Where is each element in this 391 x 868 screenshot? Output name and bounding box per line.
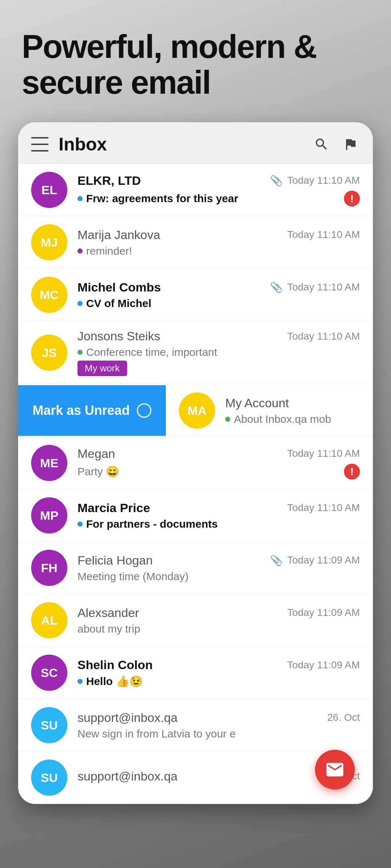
avatar: FH xyxy=(31,550,67,586)
email-subject: Frw: agreements for this year xyxy=(86,192,238,205)
email-subject: Meeting time (Monday) xyxy=(77,570,189,583)
tag-label: My work xyxy=(77,361,127,376)
email-content: Marija JankovaToday 11:10 AMreminder! xyxy=(77,228,360,257)
unread-dot xyxy=(77,350,83,355)
email-subject: New sign in from Latvia to your e xyxy=(77,728,236,740)
avatar: JS xyxy=(31,335,67,371)
email-item[interactable]: MJMarija JankovaToday 11:10 AMreminder! xyxy=(18,216,373,269)
email-item[interactable]: MPMarcia PriceToday 11:10 AMFor partners… xyxy=(18,489,373,542)
avatar: MC xyxy=(31,277,67,313)
attachment-icon: 📎 xyxy=(270,175,283,187)
unread-dot xyxy=(225,417,230,422)
unread-dot xyxy=(77,522,83,527)
time-text: 26. Oct xyxy=(327,712,360,723)
search-button[interactable] xyxy=(312,135,331,154)
menu-button[interactable] xyxy=(31,137,49,152)
subject-row: Frw: agreements for this year! xyxy=(77,191,360,207)
subject-row: For partners - documents xyxy=(77,518,360,530)
email-content: support@inbox.qa26. OctNew sign in from … xyxy=(77,711,360,740)
email-content: Shelin ColonToday 11:09 AMHello 👍😉 xyxy=(77,658,360,688)
email-subject: Party 😄 xyxy=(77,465,119,478)
swipe-action-row: Mark as UnreadMAMy AccountAbout Inbox.qa… xyxy=(18,384,373,437)
sender-name: Michel Combs xyxy=(77,280,161,294)
sender-name: ELKR, LTD xyxy=(77,174,141,188)
unread-dot xyxy=(77,196,83,201)
time-text: Today 11:10 AM xyxy=(287,229,360,241)
avatar: MP xyxy=(31,497,67,533)
email-time: 📎Today 11:10 AM xyxy=(270,175,360,187)
unread-dot xyxy=(77,679,83,684)
email-item[interactable]: ELELKR, LTD📎Today 11:10 AMFrw: agreement… xyxy=(18,164,373,216)
sender-name: support@inbox.qa xyxy=(77,769,177,783)
sender-name: Shelin Colon xyxy=(77,658,153,672)
email-time: Today 11:10 AM xyxy=(287,502,360,514)
avatar: SU xyxy=(31,707,67,743)
attachment-icon: 📎 xyxy=(270,554,283,566)
mark-unread-label: Mark as Unread xyxy=(33,403,130,418)
sender-name: Alexsander xyxy=(77,606,139,620)
email-content: Marcia PriceToday 11:10 AMFor partners -… xyxy=(77,501,360,530)
email-content: Felicia Hogan📎Today 11:09 AMMeeting time… xyxy=(77,553,360,583)
email-content: MeganToday 11:10 AMParty 😄! xyxy=(77,447,360,480)
email-item[interactable]: FHFelicia Hogan📎Today 11:09 AMMeeting ti… xyxy=(18,542,373,594)
time-text: Today 11:10 AM xyxy=(287,502,360,514)
email-subject: reminder! xyxy=(86,245,132,257)
sender-name: Marija Jankova xyxy=(77,228,160,242)
subject-row: New sign in from Latvia to your e xyxy=(77,728,360,740)
email-subject: Hello 👍😉 xyxy=(86,675,143,688)
subject-row: Meeting time (Monday) xyxy=(77,570,360,583)
hero-title: Powerful, modern & secure email xyxy=(22,29,369,101)
swipe-email-content: MAMy AccountAbout Inbox.qa mob xyxy=(166,384,373,437)
avatar: SU xyxy=(31,760,67,796)
time-text: Today 11:09 AM xyxy=(287,659,360,671)
email-subject: About Inbox.qa mob xyxy=(234,413,331,425)
email-item[interactable]: ALAlexsanderToday 11:09 AMabout my trip xyxy=(18,594,373,647)
email-content: Jonsons SteiksToday 11:10 AMConference t… xyxy=(77,329,360,376)
hero-section: Powerful, modern & secure email xyxy=(0,0,391,115)
attachment-icon: 📎 xyxy=(270,281,283,293)
avatar: SC xyxy=(31,655,67,691)
compose-button[interactable] xyxy=(315,750,355,790)
subject-row: about my trip xyxy=(77,623,360,635)
inbox-header: Inbox xyxy=(18,122,373,164)
email-content: ELKR, LTD📎Today 11:10 AMFrw: agreements … xyxy=(77,174,360,207)
time-text: Today 11:10 AM xyxy=(287,448,360,459)
email-item[interactable]: MEMeganToday 11:10 AMParty 😄! xyxy=(18,437,373,489)
sender-name: My Account xyxy=(225,396,289,410)
email-time: Today 11:09 AM xyxy=(287,607,360,618)
flag-button[interactable] xyxy=(341,135,360,154)
email-item[interactable]: MCMichel Combs📎Today 11:10 AMCV of Miche… xyxy=(18,269,373,321)
header-actions xyxy=(312,135,360,154)
email-item[interactable]: JSJonsons SteiksToday 11:10 AMConference… xyxy=(18,321,373,384)
sender-name: Megan xyxy=(77,447,115,461)
email-subject: CV of Michel xyxy=(86,297,151,310)
email-item[interactable]: SUsupport@inbox.qa26. OctNew sign in fro… xyxy=(18,699,373,752)
alert-badge: ! xyxy=(344,464,360,480)
email-subject: For partners - documents xyxy=(86,518,218,530)
time-text: Today 11:09 AM xyxy=(287,554,360,566)
email-time: Today 11:09 AM xyxy=(287,659,360,671)
time-text: Today 11:10 AM xyxy=(287,175,360,186)
email-time: 📎Today 11:10 AM xyxy=(270,281,360,293)
email-subject: about my trip xyxy=(77,623,140,635)
inbox-title: Inbox xyxy=(59,134,312,155)
subject-row: Conference time, important xyxy=(77,346,360,358)
avatar: MJ xyxy=(31,224,67,260)
email-time: 26. Oct xyxy=(327,712,360,723)
email-time: Today 11:10 AM xyxy=(287,448,360,459)
sender-name: support@inbox.qa xyxy=(77,711,177,725)
avatar: EL xyxy=(31,172,67,208)
sender-name: Jonsons Steiks xyxy=(77,329,160,343)
email-item[interactable]: SCShelin ColonToday 11:09 AMHello 👍😉 xyxy=(18,647,373,699)
sender-name: Marcia Price xyxy=(77,501,150,515)
time-text: Today 11:10 AM xyxy=(287,281,360,293)
app-card: Inbox ELELKR, LTD📎Today 11:10 AMFrw: agr… xyxy=(18,122,373,804)
subject-row: reminder! xyxy=(77,245,360,257)
mark-as-unread-button[interactable]: Mark as Unread xyxy=(18,385,166,436)
time-text: Today 11:09 AM xyxy=(287,607,360,618)
time-text: Today 11:10 AM xyxy=(287,331,360,342)
sender-name: Felicia Hogan xyxy=(77,553,153,567)
alert-badge: ! xyxy=(344,191,360,207)
email-content: AlexsanderToday 11:09 AMabout my trip xyxy=(77,606,360,635)
avatar: MA xyxy=(179,392,215,429)
